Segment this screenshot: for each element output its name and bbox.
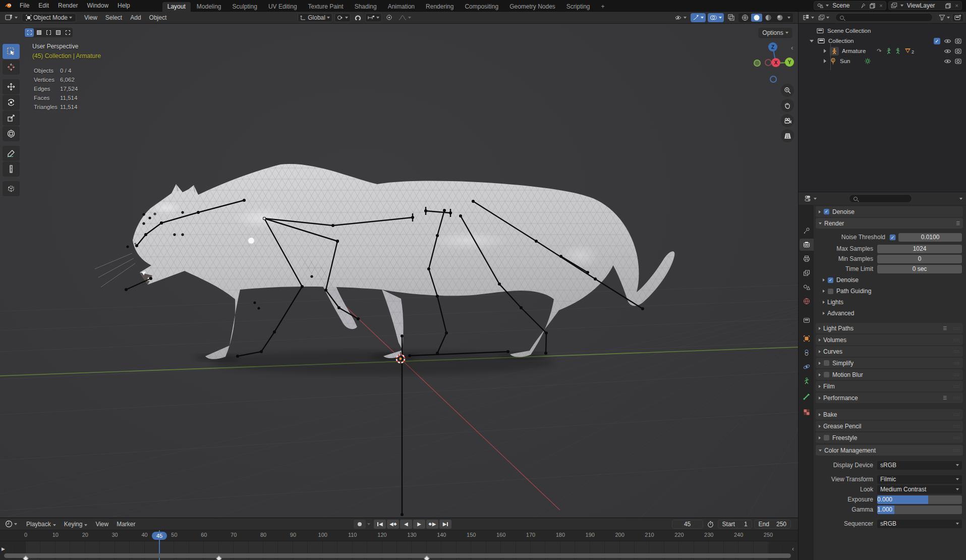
panel-motion-blur[interactable]: Motion Blur:::: (816, 369, 963, 380)
menu-help[interactable]: Help (113, 0, 135, 12)
panel-grip-icon[interactable]: :::: (953, 361, 960, 365)
properties-tab-view-layer[interactable] (800, 267, 814, 279)
shading-rendered-button[interactable] (774, 14, 785, 22)
viewport-menu-select[interactable]: Select (101, 14, 126, 21)
properties-search-input[interactable] (849, 194, 912, 203)
viewport-3d[interactable]: User Perspective (45) Collection | Armat… (0, 24, 798, 518)
overlays-toggle-dropdown[interactable] (708, 13, 724, 22)
panel-film[interactable]: Film:::: (816, 381, 963, 391)
expand-icon[interactable] (824, 59, 826, 63)
toggle-ortho-button[interactable] (781, 129, 794, 142)
property-dropdown[interactable]: sRGB (877, 520, 962, 528)
properties-tab-object-data[interactable] (800, 375, 814, 387)
gizmo-z-axis[interactable]: Z (768, 42, 777, 51)
menu-render[interactable]: Render (53, 0, 82, 12)
workspace-tab-uv-editing[interactable]: UV Editing (263, 2, 302, 12)
timeline-menu-keying[interactable]: Keying (60, 521, 92, 528)
timeline-scrollbar[interactable] (4, 553, 791, 558)
options-dropdown[interactable]: Options (759, 28, 792, 37)
panel-chevron-icon[interactable] (819, 413, 821, 416)
bone-2[interactable] (126, 278, 151, 290)
workspace-tab-compositing[interactable]: Compositing (460, 2, 503, 12)
start-frame-field[interactable]: Start1 (718, 520, 752, 529)
hide-eye-icon[interactable] (944, 59, 951, 64)
properties-tab-world[interactable] (800, 295, 814, 307)
panel-render[interactable]: Render☰ (816, 218, 963, 229)
properties-tab-output[interactable] (800, 253, 814, 265)
gizmo-x-neg-axis[interactable] (765, 59, 772, 66)
outliner-editor-type-button[interactable] (801, 13, 816, 22)
panel-grip-icon[interactable]: :::: (953, 435, 960, 440)
scene-selector[interactable]: Scene × (814, 1, 886, 10)
menu-edit[interactable]: Edit (34, 0, 53, 12)
properties-options-chevron-icon[interactable] (959, 198, 962, 200)
scene-name[interactable]: Scene (831, 2, 857, 9)
zoom-button[interactable] (781, 84, 794, 97)
properties-tab-collection[interactable] (800, 314, 814, 326)
panel-chevron-icon[interactable] (819, 327, 821, 330)
scene-close-button[interactable]: × (878, 3, 883, 9)
pin-icon[interactable] (859, 2, 866, 9)
timeline-ruler[interactable]: 0102030405060708090100110120130140150160… (0, 530, 798, 541)
tool-cursor[interactable] (3, 60, 20, 75)
jump-to-start-button[interactable]: ▶ (374, 520, 386, 529)
tool-measure[interactable] (3, 161, 20, 177)
properties-tab-physics[interactable] (800, 361, 814, 373)
jump-next-keyframe-button[interactable]: ◆▶ (426, 520, 438, 529)
workspace-tab-texture-paint[interactable]: Texture Paint (303, 2, 349, 12)
property-slider[interactable]: 0.000 (877, 495, 962, 504)
shading-dropdown-icon[interactable] (787, 17, 790, 19)
panel-grip-icon[interactable]: :::: (953, 372, 960, 377)
menu-window[interactable]: Window (82, 0, 113, 12)
gizmo-x-axis[interactable]: X (771, 58, 780, 67)
select-mode-subtract-button[interactable] (44, 28, 53, 37)
disable-render-camera-icon[interactable] (955, 48, 961, 54)
panel-denoise-top[interactable]: ✓Denoise (816, 206, 963, 217)
viewlayer-close-button[interactable]: × (954, 3, 959, 9)
proportional-edit-button[interactable] (384, 13, 394, 22)
panel-chevron-icon[interactable] (819, 385, 821, 388)
new-viewlayer-icon[interactable] (945, 2, 952, 9)
properties-tab-bone[interactable] (800, 390, 814, 403)
select-mode-intersect-button[interactable] (63, 28, 72, 37)
current-frame-field[interactable]: 45 (672, 520, 703, 529)
subpanel-lights[interactable]: Lights (817, 297, 962, 308)
property-slider[interactable]: 1.000 (877, 506, 962, 514)
properties-editor-type-button[interactable] (803, 194, 819, 203)
auto-key-dropdown-icon[interactable] (367, 523, 370, 525)
subpanel-advanced[interactable]: Advanced (817, 308, 962, 319)
tool-scale[interactable] (3, 110, 20, 126)
panel-grease-pencil[interactable]: Grease Pencil:::: (816, 421, 963, 431)
outliner-row-armature[interactable]: Armature ↷ 2 (799, 46, 966, 56)
timeline-editor-type-button[interactable] (3, 520, 19, 529)
tool-annotate[interactable] (3, 146, 20, 161)
gizmo-y-neg-axis[interactable] (754, 60, 761, 67)
visibility-dropdown[interactable] (672, 13, 689, 22)
panel-checkbox[interactable]: ✓ (828, 277, 833, 283)
viewlayer-name[interactable]: ViewLayer (906, 2, 942, 9)
timeline-collapse-arrow[interactable]: ‹ (792, 545, 794, 552)
use-preview-range-button[interactable] (705, 520, 716, 529)
transform-orientation-dropdown[interactable]: Global (298, 13, 332, 22)
panel-chevron-icon[interactable] (823, 278, 825, 282)
panel-grip-icon[interactable]: :::: (953, 349, 960, 354)
outliner-filter-dropdown[interactable] (937, 13, 952, 22)
gizmos-toggle-dropdown[interactable] (691, 13, 706, 22)
property-dropdown[interactable]: Filmic (877, 475, 962, 484)
menu-file[interactable]: File (15, 0, 34, 12)
play-reverse-button[interactable]: ▶ (400, 520, 412, 529)
new-collection-button[interactable] (952, 13, 964, 22)
new-scene-icon[interactable] (869, 2, 876, 9)
outliner-row-scene-collection[interactable]: Scene Collection (799, 26, 966, 36)
panel-grip-icon[interactable]: :::: (953, 448, 960, 453)
mode-dropdown[interactable]: Object Mode (22, 13, 76, 22)
workspace-tab-+[interactable]: + (596, 2, 610, 12)
workspace-tab-shading[interactable]: Shading (350, 2, 382, 12)
viewlayer-selector[interactable]: ViewLayer × (888, 1, 962, 10)
tool-select-box[interactable] (3, 44, 20, 59)
panel-chevron-icon[interactable] (819, 362, 821, 365)
disable-render-camera-icon[interactable] (955, 59, 961, 64)
select-mode-invert-button[interactable] (53, 28, 63, 37)
panel-checkbox[interactable] (824, 435, 829, 440)
panel-chevron-icon[interactable] (819, 397, 821, 400)
